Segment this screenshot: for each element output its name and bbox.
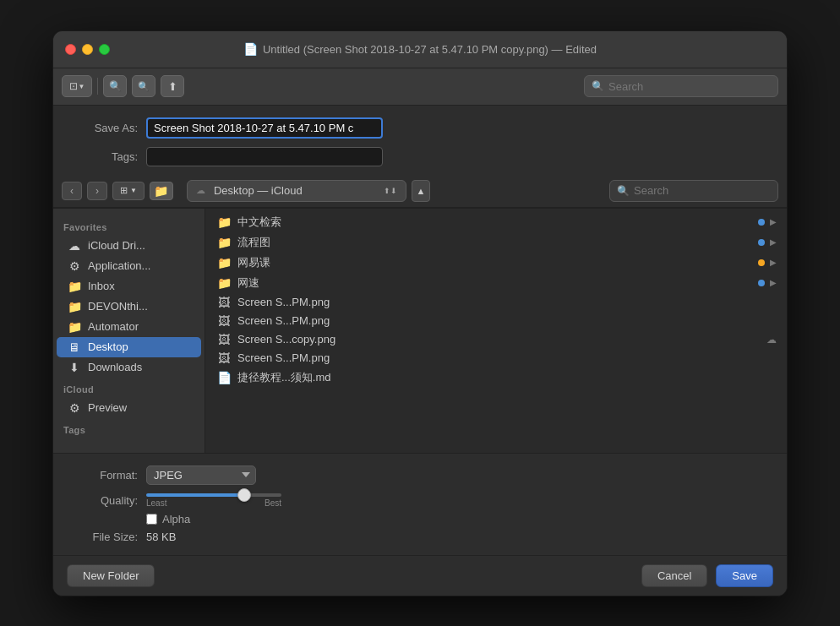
- toolbar-search-input[interactable]: [608, 80, 771, 93]
- quality-slider[interactable]: [146, 493, 281, 497]
- filesize-value: 58 KB: [146, 531, 176, 543]
- traffic-lights: [65, 44, 110, 55]
- table-row[interactable]: 🖼 Screen S...copy.png ☁: [205, 330, 787, 349]
- table-row[interactable]: 📁 流程图 ▶: [205, 232, 787, 253]
- window-title-group: 📄 Untitled (Screen Shot 2018-10-27 at 5.…: [243, 42, 597, 56]
- table-row[interactable]: 🖼 Screen S...PM.png: [205, 312, 787, 330]
- dot-indicator: [758, 239, 765, 246]
- file-name: Screen S...copy.png: [237, 333, 761, 346]
- location-selector[interactable]: ☁ Desktop — iCloud ⬆⬇: [187, 180, 406, 202]
- maximize-button[interactable]: [99, 44, 110, 55]
- toolbar-separator: [97, 78, 98, 95]
- view-toggle-button[interactable]: ⊞ ▼: [112, 182, 145, 200]
- sidebar-item-label: Automator: [88, 320, 139, 333]
- save-button[interactable]: Save: [716, 564, 773, 587]
- cancel-button[interactable]: Cancel: [641, 564, 707, 587]
- new-folder-icon: 📁: [154, 184, 168, 198]
- alpha-checkbox[interactable]: [146, 514, 157, 525]
- location-up-button[interactable]: ▲: [412, 180, 430, 202]
- folder-icon: 📁: [215, 256, 232, 269]
- preview-icon: ⚙: [67, 401, 82, 415]
- file-name: 中文检索: [237, 215, 753, 230]
- chevron-down-icon: ▼: [79, 83, 85, 90]
- new-folder-button[interactable]: New Folder: [67, 564, 155, 587]
- sidebar-item-icloud-drive[interactable]: ☁ iCloud Dri...: [57, 236, 201, 256]
- format-select[interactable]: JPEG PNG TIFF BMP PDF: [146, 465, 256, 485]
- sidebar-item-label: Desktop: [88, 340, 128, 353]
- title-bar: 📄 Untitled (Screen Shot 2018-10-27 at 5.…: [53, 31, 787, 68]
- minimize-button[interactable]: [82, 44, 93, 55]
- sidebar-item-desktop[interactable]: 🖥 Desktop: [57, 337, 201, 357]
- share-button[interactable]: ⬆: [161, 75, 184, 97]
- sidebar-item-label: Inbox: [88, 280, 115, 292]
- desktop-icon: 🖥: [67, 340, 82, 354]
- file-icon: 📄: [243, 42, 258, 56]
- table-row[interactable]: 🖼 Screen S...PM.png: [205, 349, 787, 367]
- alpha-row: Alpha: [146, 513, 770, 525]
- sidebar-item-label: iCloud Dri...: [88, 239, 145, 252]
- filesize-row: File Size: 58 KB: [70, 531, 770, 543]
- tags-input[interactable]: [146, 147, 383, 166]
- quality-label: Quality:: [70, 494, 138, 507]
- sidebar-item-inbox[interactable]: 📁 Inbox: [57, 276, 201, 297]
- bottom-panel: Format: JPEG PNG TIFF BMP PDF Quality: L…: [53, 453, 787, 555]
- slider-least-label: Least: [146, 498, 166, 508]
- toolbar-search-icon: 🔍: [592, 80, 604, 92]
- right-arrow-icon: ▶: [770, 278, 777, 287]
- zoom-in-icon: 🔍: [138, 81, 150, 92]
- md-file-icon: 📄: [215, 371, 232, 384]
- applications-icon: ⚙: [67, 259, 82, 273]
- zoom-out-icon: 🔍: [109, 80, 122, 92]
- file-search-box[interactable]: 🔍: [609, 180, 778, 202]
- file-name: 网速: [237, 275, 753, 291]
- file-name: Screen S...PM.png: [237, 296, 777, 308]
- inbox-icon: 📁: [67, 280, 82, 293]
- back-button[interactable]: ‹: [62, 182, 82, 200]
- sidebar-item-label: Preview: [88, 401, 127, 414]
- sidebar-item-downloads[interactable]: ⬇ Downloads: [57, 357, 201, 378]
- tags-label: Tags:: [70, 150, 138, 163]
- cloud-icon: ☁: [196, 185, 205, 196]
- table-row[interactable]: 🖼 Screen S...PM.png: [205, 293, 787, 312]
- toolbar-search-box[interactable]: 🔍: [584, 75, 778, 97]
- image-file-icon: 🖼: [215, 314, 232, 328]
- new-folder-icon-button[interactable]: 📁: [150, 182, 173, 200]
- share-icon: ⬆: [168, 80, 177, 93]
- right-arrow-icon: ▶: [770, 237, 777, 247]
- view-icon: ⊞: [120, 185, 128, 196]
- button-bar: New Folder Cancel Save: [53, 555, 787, 596]
- location-chevron-icon: ⬆⬇: [384, 187, 397, 195]
- image-file-icon: 🖼: [215, 296, 232, 309]
- file-name: 流程图: [237, 235, 753, 250]
- sidebar-toggle-button[interactable]: ⊡ ▼: [62, 75, 92, 97]
- folder-icon: 📁: [215, 236, 232, 249]
- sidebar-item-automator[interactable]: 📁 Automator: [57, 317, 201, 337]
- sidebar-item-label: DEVONthi...: [88, 300, 148, 313]
- file-search-input[interactable]: [634, 184, 771, 197]
- sidebar-item-preview[interactable]: ⚙ Preview: [57, 398, 201, 418]
- slider-best-label: Best: [265, 498, 281, 508]
- save-as-label: Save As:: [70, 122, 138, 134]
- dialog-actions: Cancel Save: [641, 564, 773, 587]
- close-button[interactable]: [65, 44, 76, 55]
- table-row[interactable]: 📁 网易课 ▶: [205, 253, 787, 273]
- right-arrow-icon: ▶: [770, 258, 777, 267]
- cloud-sync-icon: ☁: [766, 334, 777, 346]
- zoom-out-button[interactable]: 🔍: [103, 75, 127, 97]
- folder-icon: 📁: [215, 215, 232, 229]
- forward-button[interactable]: ›: [87, 182, 107, 200]
- quality-slider-container: Least Best: [146, 493, 281, 508]
- sidebar-item-applications[interactable]: ⚙ Application...: [57, 256, 201, 276]
- table-row[interactable]: 📁 中文检索 ▶: [205, 212, 787, 232]
- image-file-icon: 🖼: [215, 351, 232, 365]
- save-as-input[interactable]: [146, 117, 383, 139]
- sidebar-item-devonthink[interactable]: 📁 DEVONthi...: [57, 297, 201, 317]
- toolbar: ⊡ ▼ 🔍 🔍 ⬆ 🔍: [53, 68, 787, 106]
- browser-main: Favorites ☁ iCloud Dri... ⚙ Application.…: [53, 208, 787, 453]
- icloud-icon: ☁: [67, 239, 82, 253]
- zoom-in-button[interactable]: 🔍: [132, 75, 155, 97]
- downloads-icon: ⬇: [67, 361, 82, 374]
- table-row[interactable]: 📄 捷径教程...须知.md: [205, 367, 787, 388]
- dot-indicator: [758, 259, 765, 266]
- table-row[interactable]: 📁 网速 ▶: [205, 273, 787, 293]
